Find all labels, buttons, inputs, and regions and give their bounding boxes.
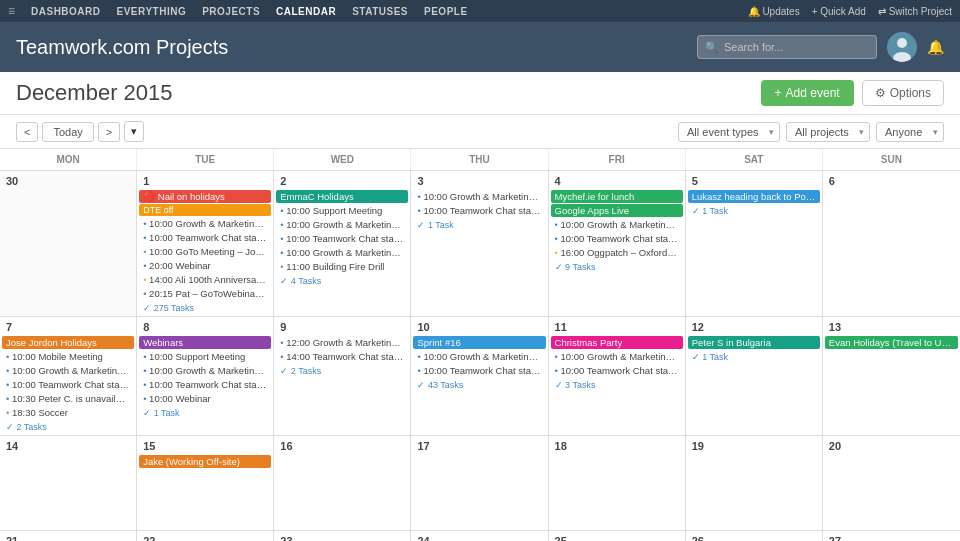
event-oggpatch-4[interactable]: 16:00 Oggpatch – Oxford Event (speaking) xyxy=(551,246,683,259)
event-sprint-16[interactable]: Sprint #16 xyxy=(413,336,545,349)
cal-cell-dec8: 8 Webinars 10:00 Support Meeting 10:00 G… xyxy=(137,317,274,435)
event-growth-marketing-4[interactable]: 10:00 Growth & Marketing Team Standup xyxy=(551,218,683,231)
event-type-filter[interactable]: All event types xyxy=(678,122,780,142)
nav-dashboard[interactable]: DASHBOARD xyxy=(31,6,101,17)
cal-cell-nov30: 30 xyxy=(0,171,137,316)
top-navigation: ≡ DASHBOARD EVERYTHING PROJECTS CALENDAR… xyxy=(0,0,960,22)
task-count-4[interactable]: ✓ 9 Tasks xyxy=(551,261,683,273)
nav-statuses[interactable]: STATUSES xyxy=(352,6,408,17)
cal-cell-dec22: 22 10:00 Support Meeting 10:00 Growth & … xyxy=(137,531,274,541)
event-teamwork-chat-1[interactable]: 10:00 Teamwork Chat standup xyxy=(139,231,271,244)
event-teamwork-chat-3[interactable]: 10:00 Teamwork Chat standup xyxy=(413,204,545,217)
person-filter-wrapper: Anyone xyxy=(876,122,944,142)
event-soccer-7[interactable]: 18:30 Soccer xyxy=(2,406,134,419)
event-mobile-meeting-7[interactable]: 10:00 Mobile Meeting xyxy=(2,350,134,363)
prev-button[interactable]: < xyxy=(16,122,38,142)
task-count-3[interactable]: ✓ 1 Task xyxy=(413,219,545,231)
task-count-11[interactable]: ✓ 3 Tasks xyxy=(551,379,683,391)
nav-everything[interactable]: EVERYTHING xyxy=(117,6,187,17)
plus-icon: + xyxy=(775,86,782,100)
event-teamwork-chat-9[interactable]: 14:00 Teamwork Chat standup xyxy=(276,350,408,363)
nav-menu-icon[interactable]: ≡ xyxy=(8,4,15,18)
task-count-7[interactable]: ✓ 2 Tasks xyxy=(2,421,134,433)
cal-cell-dec27: 27 xyxy=(823,531,960,541)
calendar-toolbar: December 2015 + Add event ⚙ Options xyxy=(0,72,960,115)
view-dropdown[interactable]: ▾ xyxy=(124,121,144,142)
event-teamwork-chat-10[interactable]: 10:00 Teamwork Chat standup xyxy=(413,364,545,377)
date-number: 1 xyxy=(139,173,271,189)
event-teamwork-chat-11[interactable]: 10:00 Teamwork Chat standup xyxy=(551,364,683,377)
cal-cell-dec18: 18 xyxy=(549,436,686,530)
task-count-8[interactable]: ✓ 1 Task xyxy=(139,407,271,419)
event-growth-marketing-8[interactable]: 10:00 Growth & Marketing Team Standup xyxy=(139,364,271,377)
day-header-wed: WED xyxy=(274,149,411,170)
task-count-5[interactable]: ✓ 1 Task xyxy=(688,205,820,217)
event-peter-unavail-7[interactable]: 10:30 Peter C. is unavailable xyxy=(2,392,134,405)
event-support-meeting-2[interactable]: 10:00 Support Meeting xyxy=(276,204,408,217)
cal-cell-dec21: 21 Leanne to Germany 10:00 Mobile Meetin… xyxy=(0,531,137,541)
event-growth-marketing-7[interactable]: 10:00 Growth & Marketing Team Standup xyxy=(2,364,134,377)
event-teamwork-chat-4[interactable]: 10:00 Teamwork Chat standup xyxy=(551,232,683,245)
nav-people[interactable]: PEOPLE xyxy=(424,6,468,17)
cal-cell-dec25: 25 Donal: Dublin Orla off Teamwork Exper… xyxy=(549,531,686,541)
event-pat-gotowebinar[interactable]: 20:15 Pat – GoToWebinar with Greg Barr xyxy=(139,287,271,300)
today-button[interactable]: Today xyxy=(42,122,93,142)
search-icon: 🔍 xyxy=(705,41,719,54)
event-growth-marketing-11[interactable]: 10:00 Growth & Marketing Team Standup xyxy=(551,350,683,363)
task-count-1[interactable]: ✓ 275 Tasks xyxy=(139,302,271,314)
nav-calendar[interactable]: CALENDAR xyxy=(276,6,336,17)
options-button[interactable]: ⚙ Options xyxy=(862,80,944,106)
task-count-2[interactable]: ✓ 4 Tasks xyxy=(276,275,408,287)
task-count-9[interactable]: ✓ 2 Tasks xyxy=(276,365,408,377)
event-teamwork-chat-8[interactable]: 10:00 Teamwork Chat standup xyxy=(139,378,271,391)
event-teamwork-chat-7[interactable]: 10:00 Teamwork Chat standup xyxy=(2,378,134,391)
nav-projects[interactable]: PROJECTS xyxy=(202,6,260,17)
person-filter[interactable]: Anyone xyxy=(876,122,944,142)
date-number: 20 xyxy=(825,438,958,454)
project-filter[interactable]: All projects xyxy=(786,122,870,142)
day-header-mon: MON xyxy=(0,149,137,170)
event-jake-working-offsite[interactable]: Jake (Working Off-site) xyxy=(139,455,271,468)
search-input[interactable] xyxy=(697,35,877,59)
quick-add-link[interactable]: + Quick Add xyxy=(812,6,866,17)
month-title: December 2015 xyxy=(16,80,173,106)
switch-project-link[interactable]: ⇄ Switch Project xyxy=(878,6,952,17)
task-count-12[interactable]: ✓ 1 Task xyxy=(688,351,820,363)
event-emmac-holidays[interactable]: EmmaC Holidays xyxy=(276,190,408,203)
event-support-meeting-8[interactable]: 10:00 Support Meeting xyxy=(139,350,271,363)
event-growth-marketing-10[interactable]: 10:00 Growth & Marketing Team Standup xyxy=(413,350,545,363)
event-fire-drill-2[interactable]: 11:00 Building Fire Drill xyxy=(276,260,408,273)
event-ali-100th[interactable]: 14:00 Ali 100th Anniversary Celebrations xyxy=(139,273,271,286)
event-webinar-1[interactable]: 20:00 Webinar xyxy=(139,259,271,272)
event-dte-off[interactable]: DTE off xyxy=(139,204,271,216)
notification-bell-icon[interactable]: 🔔 xyxy=(927,39,944,55)
event-peter-bulgaria[interactable]: Peter S in Bulgaria xyxy=(688,336,820,349)
event-teamwork-chat-2[interactable]: 10:00 Teamwork Chat standup xyxy=(276,232,408,245)
event-google-apps-live[interactable]: Google Apps Live xyxy=(551,204,683,217)
event-growth-marketing-1[interactable]: 10:00 Growth & Marketing Team Standup xyxy=(139,217,271,230)
event-christmas-party[interactable]: Christmas Party xyxy=(551,336,683,349)
avatar[interactable] xyxy=(887,32,917,62)
event-growth-marketing-3[interactable]: 10:00 Growth & Marketing Team Standup xyxy=(413,190,545,203)
task-count-10[interactable]: ✓ 43 Tasks xyxy=(413,379,545,391)
cal-cell-dec10: 10 Sprint #16 10:00 Growth & Marketing T… xyxy=(411,317,548,435)
event-webinar-8[interactable]: 10:00 Webinar xyxy=(139,392,271,405)
next-button[interactable]: > xyxy=(98,122,120,142)
date-number: 9 xyxy=(276,319,408,335)
event-jose-holidays[interactable]: Jose Jordon Holidays xyxy=(2,336,134,349)
svg-point-1 xyxy=(897,38,907,48)
event-growth-marketing-9[interactable]: 12:00 Growth & Marketing Team Standup xyxy=(276,336,408,349)
day-header-thu: THU xyxy=(411,149,548,170)
event-webinars-8[interactable]: Webinars xyxy=(139,336,271,349)
updates-link[interactable]: 🔔 Updates xyxy=(748,6,800,17)
event-gotomeeting-1[interactable]: 10:00 GoTo Meeting – Johnys Canada – Eme… xyxy=(139,245,271,258)
event-nail-holidays[interactable]: 🔴 Nail on holidays xyxy=(139,190,271,203)
event-growth-marketing-2[interactable]: 10:00 Growth & Marketing Team Standup xyxy=(276,218,408,231)
cal-cell-dec13: 13 Evan Holidays (Travel to USA) xyxy=(823,317,960,435)
cal-cell-dec5: 5 Lukasz heading back to Poland ✓ 1 Task xyxy=(686,171,823,316)
event-evan-holidays[interactable]: Evan Holidays (Travel to USA) xyxy=(825,336,958,349)
add-event-button[interactable]: + Add event xyxy=(761,80,854,106)
event-mychef-lunch[interactable]: Mychef.ie for lunch xyxy=(551,190,683,203)
event-growth-marketing-2b[interactable]: 10:00 Growth & Marketing Team Standup xyxy=(276,246,408,259)
event-lukasz-heading-back[interactable]: Lukasz heading back to Poland xyxy=(688,190,820,203)
